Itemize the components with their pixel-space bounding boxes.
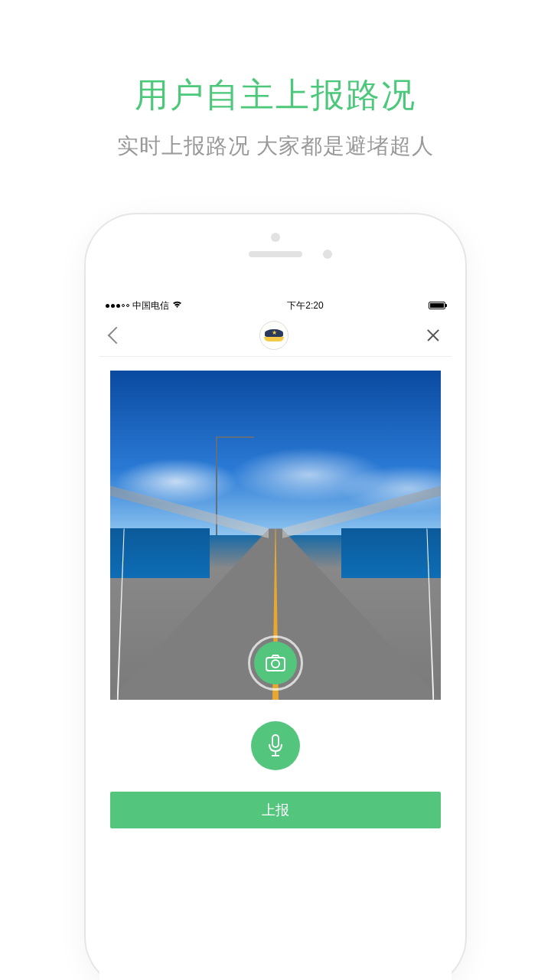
status-bar: 中国电信 下午2:20: [99, 297, 452, 314]
police-hat-icon: ★: [264, 329, 284, 341]
chevron-left-icon: [108, 326, 126, 344]
mic-button[interactable]: [251, 721, 300, 770]
close-icon: [425, 328, 441, 343]
svg-rect-2: [272, 735, 279, 747]
phone-speaker: [249, 251, 302, 257]
svg-point-1: [272, 660, 279, 668]
nav-badge[interactable]: ★: [259, 321, 289, 350]
photo-preview: [110, 371, 441, 700]
status-left: 中国电信: [106, 299, 182, 312]
submit-button[interactable]: 上报: [110, 792, 441, 828]
promo-subtitle: 实时上报路况 大家都是避堵超人: [0, 132, 551, 161]
camera-icon: [266, 655, 285, 671]
camera-button[interactable]: [254, 642, 297, 684]
promo-title: 用户自主上报路况: [0, 73, 551, 118]
status-time: 下午2:20: [287, 299, 323, 312]
back-button[interactable]: [110, 329, 122, 341]
phone-camera: [323, 250, 332, 259]
phone-mockup: 中国电信 下午2:20 ★: [86, 214, 465, 980]
signal-dots-icon: [106, 304, 129, 308]
nav-bar: ★: [99, 314, 452, 357]
battery-icon: [429, 302, 445, 309]
camera-button-ring: [248, 635, 303, 691]
phone-screen: 中国电信 下午2:20 ★: [99, 297, 452, 980]
carrier-label: 中国电信: [132, 299, 169, 312]
phone-sensor: [271, 233, 280, 242]
wifi-icon: [172, 300, 182, 311]
close-button[interactable]: [425, 328, 441, 343]
status-right: [429, 302, 445, 309]
microphone-icon: [267, 734, 284, 757]
